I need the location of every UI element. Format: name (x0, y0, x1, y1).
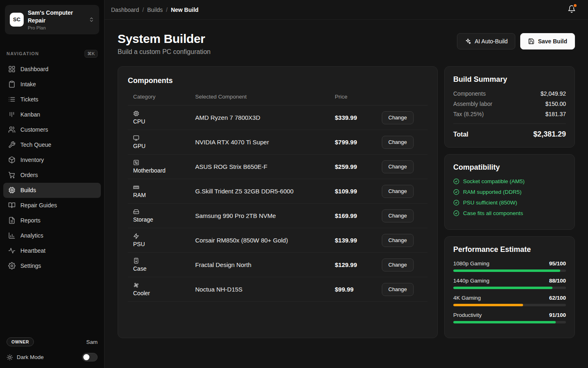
change-component-button[interactable]: Change (382, 209, 414, 222)
metric-row: 4K Gaming 62/100 (453, 295, 566, 301)
change-component-button[interactable]: Change (382, 111, 414, 124)
summary-value: $150.00 (545, 101, 566, 107)
summary-lines: Components $2,049.92 Assembly labor $150… (453, 90, 566, 117)
component-row: Storage Samsung 990 Pro 2TB NVMe $169.99… (128, 204, 428, 228)
category-cell: CPU (128, 110, 195, 125)
sidebar-item-repair-guides[interactable]: Repair Guides (3, 198, 101, 213)
metric-row: 1440p Gaming 88/100 (453, 278, 566, 284)
change-cell: Change (382, 160, 414, 173)
performance-bar-fill (453, 287, 552, 289)
fan-icon (133, 282, 139, 288)
category-cell: PSU (128, 233, 195, 247)
sidebar-item-settings[interactable]: Settings (3, 258, 101, 274)
components-title: Components (128, 76, 428, 85)
summary-label: Components (453, 90, 486, 97)
circuit-board-icon (133, 159, 139, 166)
sidebar-item-label: Analytics (20, 232, 43, 239)
component-row: Case Fractal Design North $129.99 Change (128, 253, 428, 277)
performance-title: Performance Estimate (453, 245, 566, 254)
compatibility-card: Compatibility Socket compatible (AM5) RA… (444, 154, 575, 230)
change-label: Change (388, 237, 407, 243)
change-label: Change (388, 262, 407, 268)
check-circle-icon (453, 189, 459, 195)
save-build-button[interactable]: Save Build (520, 33, 575, 49)
sun-icon (7, 354, 13, 361)
kanban-icon (8, 111, 16, 118)
change-label: Change (388, 286, 407, 292)
check-circle-icon (453, 210, 459, 216)
toggle-knob (83, 354, 89, 360)
sidebar-item-kanban[interactable]: Kanban (3, 107, 101, 122)
sidebar-item-builds[interactable]: Builds (3, 183, 101, 198)
compatibility-check: PSU sufficient (850W) (453, 200, 566, 206)
sidebar-item-orders[interactable]: Orders (3, 168, 101, 183)
sidebar-item-dashboard[interactable]: Dashboard (3, 62, 101, 77)
compatibility-title: Compatibility (453, 163, 566, 172)
compatibility-check: Socket compatible (AM5) (453, 178, 566, 184)
metric-label: 4K Gaming (453, 295, 481, 301)
sidebar-item-tech-queue[interactable]: Tech Queue (3, 137, 101, 153)
performance-bar-track (453, 269, 566, 272)
sidebar-item-customers[interactable]: Customers (3, 122, 101, 137)
component-price: $129.99 (335, 261, 382, 268)
pc-case-icon (133, 258, 139, 264)
check-text: Case fits all components (463, 210, 523, 216)
components-table: Category Selected Component Price CPU AM… (128, 88, 428, 302)
change-component-button[interactable]: Change (382, 185, 414, 198)
category-cell: RAM (128, 184, 195, 198)
dark-mode-toggle[interactable] (82, 353, 98, 361)
build-summary-card: Build Summary Components $2,049.92 Assem… (444, 66, 575, 148)
component-price: $169.99 (335, 212, 382, 219)
sidebar-item-tickets[interactable]: Tickets (3, 92, 101, 107)
sidebar: SC Sam's Computer Repair Pro Plan NAVIGA… (0, 0, 105, 368)
category-cell: Cooler (128, 282, 195, 296)
change-component-button[interactable]: Change (382, 160, 414, 173)
change-cell: Change (382, 111, 414, 124)
category-cell: Case (128, 258, 195, 272)
component-name: Samsung 990 Pro 2TB NVMe (195, 212, 335, 219)
component-price: $109.99 (335, 188, 382, 195)
change-component-button[interactable]: Change (382, 283, 414, 296)
change-component-button[interactable]: Change (382, 136, 414, 149)
ai-auto-build-button[interactable]: AI Auto-Build (457, 33, 515, 49)
summary-column: Build Summary Components $2,049.92 Assem… (444, 66, 575, 338)
sidebar-item-analytics[interactable]: Analytics (3, 228, 101, 243)
component-price: $99.99 (335, 286, 382, 293)
sidebar-item-label: Settings (20, 263, 41, 269)
column-price: Price (335, 94, 382, 100)
change-component-button[interactable]: Change (382, 258, 414, 272)
metric-label: Productivity (453, 312, 482, 318)
change-cell: Change (382, 185, 414, 198)
command-palette-shortcut[interactable]: ⌘K (85, 50, 98, 58)
breadcrumb-builds[interactable]: Builds (147, 7, 163, 13)
component-category: Storage (133, 216, 153, 223)
sidebar-item-label: Dashboard (20, 66, 49, 72)
total-line: Total $2,381.29 (453, 123, 566, 139)
change-label: Change (388, 139, 407, 145)
save-icon (528, 38, 535, 45)
activity-icon (8, 247, 16, 254)
change-component-button[interactable]: Change (382, 234, 414, 247)
component-name: G.Skill Trident Z5 32GB DDR5-6000 (195, 188, 335, 195)
summary-line: Components $2,049.92 (453, 90, 566, 97)
compatibility-check: Case fits all components (453, 210, 566, 216)
content-columns: Components Category Selected Component P… (118, 66, 575, 338)
wrench-icon (8, 141, 16, 148)
workspace-switcher[interactable]: SC Sam's Computer Repair Pro Plan (5, 5, 99, 34)
compatibility-checks: Socket compatible (AM5) RAM supported (D… (453, 178, 566, 216)
change-cell: Change (382, 234, 414, 247)
notification-dot (574, 4, 577, 7)
sidebar-item-reports[interactable]: Reports (3, 213, 101, 228)
performance-bar-fill (453, 321, 556, 323)
sidebar-item-intake[interactable]: Intake (3, 77, 101, 92)
summary-label: Tax (8.25%) (453, 111, 484, 117)
sidebar-item-heartbeat[interactable]: Heartbeat (3, 243, 101, 258)
summary-line: Tax (8.25%) $181.37 (453, 111, 566, 117)
sidebar-item-inventory[interactable]: Inventory (3, 153, 101, 168)
breadcrumb-current: New Build (171, 7, 198, 13)
breadcrumb-dashboard[interactable]: Dashboard (111, 7, 139, 13)
settings-icon (8, 262, 16, 269)
workspace-name: Sam's Computer Repair (28, 9, 85, 25)
notifications-button[interactable] (566, 3, 577, 16)
sidebar-item-label: Kanban (20, 111, 40, 118)
